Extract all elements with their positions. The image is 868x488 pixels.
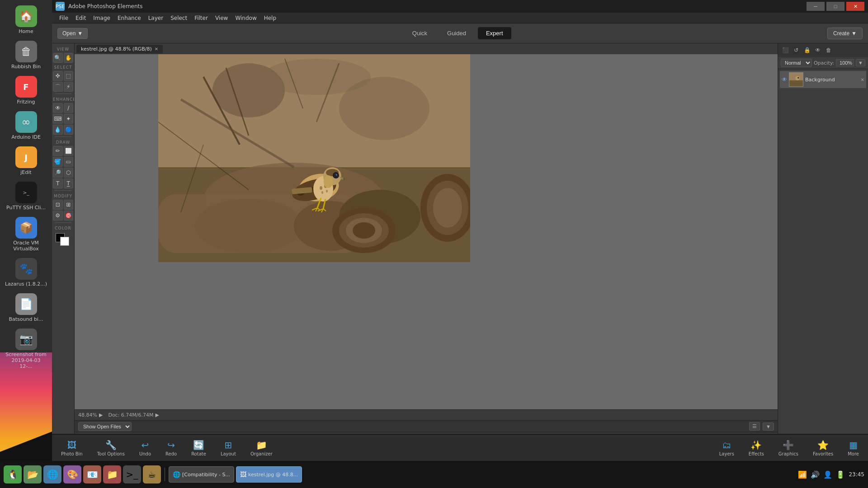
crop-tool[interactable]: ⊡	[53, 200, 63, 210]
undo-button[interactable]: ↩ Undo	[136, 438, 155, 458]
mode-guided[interactable]: Guided	[439, 27, 474, 39]
recompose-tool[interactable]: ⊞	[64, 200, 74, 210]
layer-item-background[interactable]: 👁 Background ✕	[780, 71, 866, 88]
menu-help[interactable]: Help	[260, 14, 280, 22]
layer-close-icon[interactable]: ✕	[861, 77, 864, 82]
svg-point-35	[326, 190, 328, 192]
menu-edit[interactable]: Edit	[72, 14, 90, 22]
layers-panel: ⬛ ↺ 🔒 👁 🗑 Normal Opacity: ▼ 👁	[778, 43, 868, 461]
opacity-input[interactable]	[836, 59, 854, 66]
menu-enhance[interactable]: Enhance	[114, 14, 145, 22]
favorites-button[interactable]: ⭐ Favorites	[809, 438, 837, 458]
sidebar-item-virtualbox[interactable]: 📦 Oracle VM VirtualBox	[4, 215, 49, 254]
taskbar-icon6[interactable]: 📁	[103, 465, 121, 483]
create-button[interactable]: Create ▼	[827, 28, 863, 39]
organizer-button[interactable]: 📁 Organizer	[247, 438, 276, 458]
menu-window[interactable]: Window	[231, 14, 260, 22]
sidebar-item-batsound[interactable]: 📄 Batsound bi...	[4, 291, 49, 324]
layers-button[interactable]: 🗂 Layers	[716, 438, 738, 458]
taskbar-icon5[interactable]: 📧	[83, 465, 101, 483]
draw-section-label: DRAW	[53, 140, 73, 145]
minimize-button[interactable]: ─	[807, 2, 825, 11]
layers-icon-5[interactable]: 🗑	[824, 46, 833, 55]
dodge-tool[interactable]: 💧	[53, 125, 63, 135]
hand-tool[interactable]: ✋	[64, 53, 74, 63]
background-color[interactable]	[60, 237, 69, 246]
layers-icon-1[interactable]: ⬛	[781, 46, 790, 55]
file-tab-close[interactable]: ✕	[155, 47, 158, 52]
healing-tool[interactable]: ✦	[64, 114, 74, 124]
rotate-label: Rotate	[191, 451, 206, 456]
menu-file[interactable]: File	[56, 14, 72, 22]
layout-button[interactable]: ⊞ Layout	[217, 438, 240, 458]
taskbar-files-icon[interactable]: 📂	[24, 465, 42, 483]
clone-tool[interactable]: ⌨	[53, 114, 63, 124]
layers-icon-3[interactable]: 🔒	[802, 46, 811, 55]
menu-layer[interactable]: Layer	[145, 14, 167, 22]
more-button[interactable]: ▦ More	[844, 438, 863, 458]
burn-tool[interactable]: 🔵	[64, 125, 74, 135]
smart-select-tool[interactable]: 🎯	[64, 211, 74, 221]
zoom-tool[interactable]: 🔍	[53, 53, 63, 63]
brush-tool[interactable]: ✏	[53, 146, 63, 156]
sidebar-item-jedit[interactable]: J jEdit	[4, 144, 49, 178]
layer-name: Background	[805, 77, 859, 83]
photobin-toolbar: Show Open Files ☰ ▼	[75, 421, 778, 432]
sidebar-item-screenshot[interactable]: 📷 Screenshot from 2019-04-03 12-...	[4, 326, 49, 371]
sidebar-screenshot-label: Screenshot from 2019-04-03 12-...	[5, 352, 47, 369]
taskbar-start-icon[interactable]: 🐧	[4, 465, 22, 483]
lasso-tool[interactable]: ⌒	[53, 82, 63, 92]
paint-bucket-tool[interactable]: 🪣	[53, 157, 63, 167]
layer-visibility-icon[interactable]: 👁	[782, 76, 787, 83]
svg-point-32	[320, 186, 322, 190]
shape-tool[interactable]: ▭	[64, 157, 74, 167]
mode-quick[interactable]: Quick	[404, 27, 435, 39]
maximize-button[interactable]: □	[826, 2, 844, 11]
photobin-menu-btn[interactable]: ☰	[749, 422, 760, 431]
tool-options-button[interactable]: 🔧 Tool Options	[94, 438, 128, 458]
redo-button[interactable]: ↪ Redo	[162, 438, 180, 458]
show-open-select[interactable]: Show Open Files	[78, 422, 132, 431]
marquee-tool[interactable]: ⬚	[64, 71, 74, 81]
sidebar-item-arduino[interactable]: ∞ Arduino IDE	[4, 109, 49, 142]
effects-button[interactable]: ✨ Effects	[745, 438, 768, 458]
rotate-button[interactable]: 🔄 Rotate	[188, 438, 210, 458]
taskbar-icon4[interactable]: 🎨	[63, 465, 81, 483]
taskbar-app-compatibility[interactable]: 🌐 [Compatibility - S...	[169, 466, 234, 483]
sidebar-item-rubbish[interactable]: 🗑 Rubbish Bin	[4, 38, 49, 72]
close-button[interactable]: ✕	[846, 2, 864, 11]
move-tool[interactable]: ✜	[53, 71, 63, 81]
file-tab[interactable]: kestrel.jpg @ 48.8% (RGB/8) ✕	[76, 45, 163, 53]
eyedropper-tool[interactable]: 👁	[53, 103, 63, 113]
text-mask-tool[interactable]: T̲	[64, 178, 74, 188]
graphics-button[interactable]: ➕ Graphics	[775, 438, 802, 458]
taskbar-icon8[interactable]: ☕	[143, 465, 161, 483]
menu-filter[interactable]: Filter	[191, 14, 212, 22]
search-draw-tool[interactable]: 🔎	[53, 168, 63, 178]
photo-bin-button[interactable]: 🖼 Photo Bin	[57, 438, 86, 458]
magic-wand-tool[interactable]: ⚡	[64, 82, 74, 92]
layers-icon-2[interactable]: ↺	[792, 46, 801, 55]
mode-expert[interactable]: Expert	[478, 27, 511, 39]
taskbar-terminal-icon[interactable]: >_	[123, 465, 141, 483]
menu-select[interactable]: Select	[167, 14, 191, 22]
sidebar-item-putty[interactable]: >_ PuTTY SSH Cli...	[4, 179, 49, 213]
blend-mode-select[interactable]: Normal	[781, 59, 812, 67]
taskbar-app-kestrel[interactable]: 🖼 kestrel.jpg @ 48.8...	[236, 466, 302, 483]
sidebar-item-home[interactable]: 🏠 Home	[4, 3, 49, 37]
sidebar-item-fritzing[interactable]: F Fritzing	[4, 74, 49, 107]
straighten-tool[interactable]: ⚙	[53, 211, 63, 221]
taskbar-browser-icon[interactable]: 🌐	[43, 465, 61, 483]
sidebar-item-lazarus[interactable]: 🐾 Lazarus (1.8.2...)	[4, 256, 49, 289]
custom-shape-tool[interactable]: ⬡	[64, 168, 74, 178]
layers-icon-4[interactable]: 👁	[813, 46, 822, 55]
menu-image[interactable]: Image	[90, 14, 114, 22]
menu-view[interactable]: View	[212, 14, 231, 22]
text-tool[interactable]: T	[53, 178, 63, 188]
photobin-close-btn[interactable]: ▼	[763, 422, 774, 431]
open-button[interactable]: Open ▼	[57, 28, 88, 39]
eraser-tool[interactable]: ⬜	[64, 146, 74, 156]
opacity-arrow-btn[interactable]: ▼	[856, 59, 865, 66]
brush-enhance-tool[interactable]: /	[64, 103, 74, 113]
opacity-label: Opacity:	[814, 60, 834, 66]
